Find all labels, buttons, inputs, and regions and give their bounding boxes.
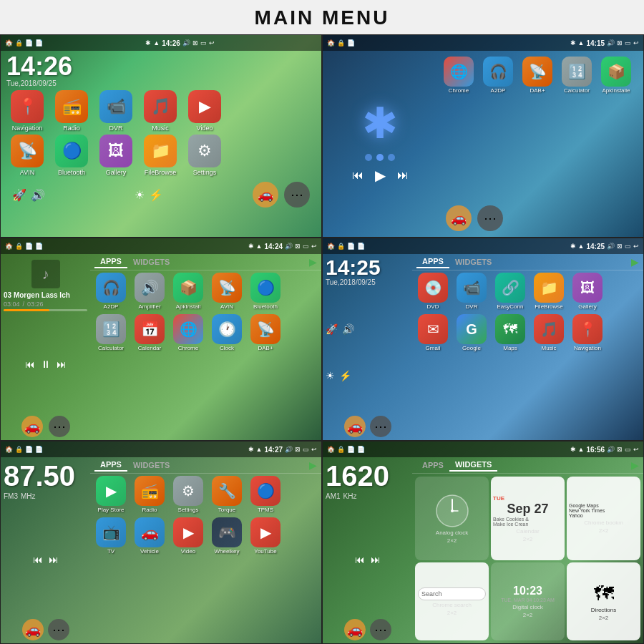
app-avin[interactable]: 📡 AVIN [6, 135, 48, 176]
tab-play-6[interactable]: ▶ [631, 459, 639, 471]
home-icon-6[interactable]: 🏠 [327, 446, 335, 453]
widget-analog-clock[interactable]: Analog clock 2×2 [415, 477, 489, 560]
app-settings[interactable]: ⚙ Settings [184, 135, 225, 176]
app-dvr[interactable]: 📹 DVR [95, 90, 137, 132]
tab-apps-3[interactable]: APPS [94, 255, 127, 268]
eq-icon-1[interactable]: ⚡ [149, 188, 163, 202]
prev-btn-5[interactable]: ⏮ [33, 554, 43, 565]
tab-apps-4[interactable]: APPS [416, 255, 449, 268]
back-icon-4[interactable]: ↩ [633, 243, 639, 250]
tab-apps-6[interactable]: APPS [416, 459, 449, 471]
widget-calendar[interactable]: TUE Sep 27 Bake Cookies & Make Ice Crean… [491, 477, 565, 560]
app-radio[interactable]: 📻 Radio [51, 90, 92, 132]
play-btn-2[interactable]: ▶ [375, 167, 386, 184]
car-button-3[interactable]: 🚗 [21, 416, 43, 437]
back-icon-1[interactable]: ↩ [209, 39, 215, 47]
pause-btn-3[interactable]: ⏸ [41, 358, 51, 370]
next-btn-5[interactable]: ⏭ [49, 554, 59, 565]
app-calendar-3[interactable]: 📅 Calendar [131, 314, 168, 351]
eq-icon-4[interactable]: ⚡ [339, 370, 351, 381]
widget-chrome-bookmarks[interactable]: Google Maps New York Times Yahoo Chrome … [567, 477, 640, 560]
app-torque-5[interactable]: 🔧 Torque [208, 476, 245, 513]
app-maps-4[interactable]: 🗺 Maps [492, 314, 529, 351]
volume-icon-4[interactable]: 🔊 [342, 323, 354, 335]
menu-button-1[interactable]: ⋯ [284, 182, 310, 208]
tab-play-3[interactable]: ▶ [309, 256, 317, 268]
app-apk-3[interactable]: 📦 ApkInstall [170, 273, 207, 310]
app-filebrowse[interactable]: 📁 FileBrowse [140, 135, 181, 176]
search-bar-widget[interactable]: Search [418, 587, 486, 600]
app-settings-5[interactable]: ⚙ Settings [170, 476, 207, 513]
menu-button-4[interactable]: ⋯ [370, 416, 391, 437]
app-dvr-4[interactable]: 📹 DVR [453, 273, 490, 310]
car-button-6[interactable]: 🚗 [344, 619, 366, 640]
back-icon-6[interactable]: ↩ [633, 446, 639, 453]
app-amplifier-3[interactable]: 🔊 Amplifier [131, 273, 168, 310]
app-wheelkey-5[interactable]: 🎮 Wheelkey [208, 517, 245, 555]
app-dab-3[interactable]: 📡 DAB+ [247, 314, 284, 351]
app-a2dp-2[interactable]: 🎧 A2DP [479, 57, 517, 94]
tab-play-5[interactable]: ▶ [309, 459, 317, 471]
app-chrome-2[interactable]: 🌐 Chrome [440, 57, 477, 94]
app-avin-3[interactable]: 📡 AVIN [208, 273, 245, 310]
home-icon-4[interactable]: 🏠 [327, 243, 335, 250]
home-icon-5[interactable]: 🏠 [5, 446, 13, 453]
app-navigation[interactable]: 📍 Navigation [6, 90, 48, 132]
car-button-5[interactable]: 🚗 [22, 619, 44, 640]
app-chrome-3[interactable]: 🌐 Chrome [170, 314, 207, 351]
app-calc-2[interactable]: 🔢 Calculator [558, 57, 595, 94]
next-btn-6[interactable]: ⏭ [371, 554, 381, 565]
next-btn-3[interactable]: ⏭ [57, 358, 67, 370]
car-button-4[interactable]: 🚗 [344, 416, 366, 437]
widget-chrome-search[interactable]: Search Chrome search 2×2 [415, 562, 489, 640]
volume-icon-1[interactable]: 🔊 [31, 188, 45, 202]
app-tpms-5[interactable]: 🔵 TPMS [247, 476, 284, 513]
car-button-2[interactable]: 🚗 [446, 205, 472, 231]
app-tv-5[interactable]: 📺 TV [92, 517, 130, 555]
prev-btn-6[interactable]: ⏮ [355, 554, 365, 565]
app-gallery[interactable]: 🖼 Gallery [95, 135, 137, 176]
home-icon-3[interactable]: 🏠 [5, 243, 13, 250]
menu-button-3[interactable]: ⋯ [49, 416, 70, 437]
prev-btn-2[interactable]: ⏮ [352, 169, 364, 182]
back-icon-2[interactable]: ↩ [633, 39, 639, 47]
tab-apps-5[interactable]: APPS [94, 459, 127, 472]
tab-widgets-3[interactable]: WIDGETS [127, 256, 175, 268]
app-youtube-5[interactable]: ▶ YouTube [247, 517, 284, 555]
back-icon-3[interactable]: ↩ [311, 243, 317, 250]
car-button-1[interactable]: 🚗 [253, 182, 278, 208]
menu-button-5[interactable]: ⋯ [48, 619, 69, 640]
home-icon-2[interactable]: 🏠 [327, 39, 335, 47]
menu-button-6[interactable]: ⋯ [370, 619, 391, 640]
app-clock-3[interactable]: 🕐 Clock [208, 314, 245, 351]
app-apk-2[interactable]: 📦 ApkInstalle [597, 57, 635, 94]
tab-play-4[interactable]: ▶ [631, 256, 639, 268]
app-bluetooth[interactable]: 🔵 Bluetooth [51, 135, 92, 176]
app-radio-5[interactable]: 📻 Radio [131, 476, 168, 513]
tab-widgets-4[interactable]: WIDGETS [449, 256, 497, 268]
app-dvd-4[interactable]: 💿 DVD [414, 273, 452, 310]
app-music-4[interactable]: 🎵 Music [530, 314, 567, 351]
app-gmail-4[interactable]: ✉ Gmail [414, 314, 452, 351]
app-video[interactable]: ▶ Video [184, 90, 225, 132]
app-filebrowse-4[interactable]: 📁 FileBrowse [530, 273, 567, 310]
widget-digital-clock[interactable]: 10:23 TUE, MAR 04 10:23 AM Digital clock… [491, 562, 565, 640]
menu-button-2[interactable]: ⋯ [477, 205, 503, 231]
app-dab-2[interactable]: 📡 DAB+ [519, 57, 556, 94]
app-playstore-5[interactable]: ▶ Play Store [92, 476, 130, 513]
widget-directions[interactable]: 🗺 Directions 2×2 [567, 562, 640, 640]
back-icon-5[interactable]: ↩ [311, 446, 317, 453]
next-btn-2[interactable]: ⏭ [397, 169, 409, 182]
home-icon-1[interactable]: 🏠 [5, 39, 13, 47]
app-easyconn-4[interactable]: 🔗 EasyConn [492, 273, 529, 310]
app-bt-3[interactable]: 🔵 Bluetooth [247, 273, 284, 310]
app-music[interactable]: 🎵 Music [140, 90, 181, 132]
app-nav-4[interactable]: 📍 Navigation [569, 314, 606, 351]
app-calc-3[interactable]: 🔢 Calculator [92, 314, 130, 351]
app-video-5[interactable]: ▶ Video [170, 517, 207, 555]
app-a2dp-3[interactable]: 🎧 A2DP [92, 273, 130, 310]
app-gallery-4[interactable]: 🖼 Gallery [569, 273, 606, 310]
tab-widgets-6[interactable]: WIDGETS [449, 459, 497, 472]
app-google-4[interactable]: G Google [453, 314, 490, 351]
app-vehicle-5[interactable]: 🚗 Vehicle [131, 517, 168, 555]
